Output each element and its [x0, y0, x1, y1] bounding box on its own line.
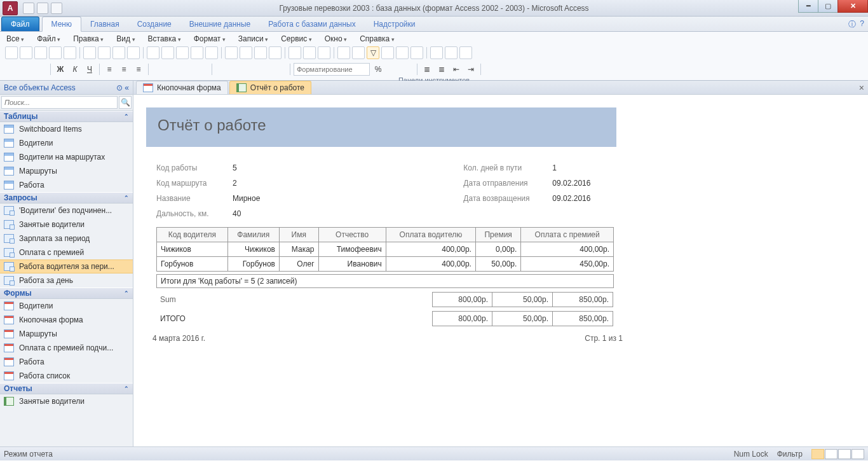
tool-icon[interactable] — [381, 46, 394, 59]
view-print-button[interactable] — [825, 449, 837, 459]
menu-records[interactable]: Записи — [238, 34, 268, 43]
view-design-button[interactable] — [851, 449, 864, 459]
bullets-icon[interactable]: ≣ — [421, 63, 433, 76]
tool-icon[interactable] — [34, 63, 47, 76]
tool-icon[interactable] — [34, 46, 47, 59]
table-row[interactable]: ГорбуновГорбуновОлегИванович400,00р.50,0… — [157, 257, 614, 272]
tool-icon[interactable] — [152, 63, 165, 76]
nav-search-input[interactable] — [1, 96, 118, 109]
tool-icon[interactable] — [176, 46, 189, 59]
nav-group-forms[interactable]: Формы⌃ — [0, 287, 133, 299]
nav-item[interactable]: Работа водителя за пери... — [0, 259, 133, 273]
ribbon-tab-menu[interactable]: Меню — [42, 17, 81, 32]
nav-item[interactable]: Занятые водители — [0, 218, 133, 232]
menu-window[interactable]: Окно — [325, 34, 347, 43]
nav-header[interactable]: Все объекты Access ⊙ « — [0, 81, 133, 95]
tool-icon[interactable] — [181, 63, 194, 76]
tool-icon[interactable] — [191, 46, 203, 59]
doc-tab-report[interactable]: Отчёт о работе — [229, 81, 311, 94]
menu-tools[interactable]: Сервис — [281, 34, 312, 43]
tool-icon[interactable] — [147, 46, 159, 59]
underline-icon[interactable]: Ч — [83, 63, 96, 76]
menu-file[interactable]: Файл — [37, 34, 60, 43]
nav-item[interactable]: Оплата с премией — [0, 245, 133, 259]
nav-item[interactable]: Маршруты — [0, 327, 133, 341]
menu-view[interactable]: Вид — [116, 34, 135, 43]
tool-icon[interactable] — [499, 63, 512, 76]
doc-tab-form[interactable]: Кнопочная форма — [136, 81, 228, 94]
tool-icon[interactable] — [303, 46, 316, 59]
file-tab[interactable]: Файл — [1, 17, 39, 31]
tool-icon[interactable] — [166, 63, 179, 76]
tool-icon[interactable] — [83, 46, 96, 59]
nav-list[interactable]: Таблицы⌃ Switchboard ItemsВодителиВодите… — [0, 111, 133, 446]
tool-icon[interactable] — [484, 63, 497, 76]
menu-insert[interactable]: Вставка — [148, 34, 181, 43]
nav-item[interactable]: Оплата с премией подчи... — [0, 341, 133, 355]
tool-icon[interactable] — [205, 46, 218, 59]
menu-help[interactable]: Справка — [360, 34, 395, 43]
nav-item[interactable]: Работа — [0, 355, 133, 369]
tool-icon[interactable] — [215, 63, 228, 76]
align-left-icon[interactable]: ≡ — [103, 63, 116, 76]
filter-icon[interactable]: ▽ — [367, 46, 379, 59]
search-icon[interactable]: 🔍 — [119, 96, 132, 109]
nav-collapse-icon[interactable]: ⊙ « — [116, 83, 129, 92]
nav-group-reports[interactable]: Отчеты⌃ — [0, 383, 133, 394]
tool-icon[interactable] — [430, 46, 443, 59]
close-tab-icon[interactable]: × — [859, 83, 864, 93]
ribbon-tab-create[interactable]: Создание — [128, 17, 180, 31]
tool-icon[interactable] — [196, 63, 208, 76]
tool-icon[interactable] — [5, 46, 18, 59]
tool-icon[interactable] — [396, 46, 409, 59]
menu-format[interactable]: Формат — [194, 34, 226, 43]
tool-icon[interactable] — [20, 63, 32, 76]
nav-item[interactable]: Работа за день — [0, 273, 133, 287]
nav-item[interactable]: Работа — [0, 178, 133, 192]
tool-icon[interactable] — [161, 46, 174, 59]
qat-save-icon[interactable] — [23, 3, 34, 14]
help-icon[interactable]: ? — [860, 19, 864, 30]
tool-icon[interactable] — [269, 46, 281, 59]
ribbon-tab-external[interactable]: Внешние данные — [180, 17, 260, 31]
qat-redo-icon[interactable] — [51, 3, 62, 14]
tool-icon[interactable] — [20, 46, 32, 59]
tool-icon[interactable] — [245, 63, 257, 76]
maximize-button[interactable]: ▢ — [818, 0, 838, 13]
menu-all[interactable]: Все — [6, 34, 24, 43]
tool-icon[interactable] — [127, 46, 140, 59]
tool-icon[interactable] — [64, 46, 76, 59]
view-report-button[interactable] — [811, 449, 824, 459]
sort-asc-icon[interactable] — [337, 46, 350, 59]
nav-item[interactable]: Водители на маршрутах — [0, 150, 133, 164]
ribbon-tab-home[interactable]: Главная — [81, 17, 128, 31]
numbering-icon[interactable]: ≣ — [435, 63, 448, 76]
format-combo[interactable] — [294, 63, 370, 76]
minimize-button[interactable]: ━ — [798, 0, 818, 13]
view-layout-button[interactable] — [838, 449, 851, 459]
tool-icon[interactable] — [410, 46, 423, 59]
align-center-icon[interactable]: ≡ — [118, 63, 130, 76]
nav-item[interactable]: Водители — [0, 136, 133, 150]
qat-undo-icon[interactable] — [37, 3, 48, 14]
tool-icon[interactable] — [240, 46, 252, 59]
tool-icon[interactable] — [274, 63, 287, 76]
nav-group-queries[interactable]: Запросы⌃ — [0, 192, 133, 204]
ribbon-tab-addins[interactable]: Надстройки — [365, 17, 424, 31]
tool-icon[interactable] — [5, 63, 18, 76]
ribbon-minimize-icon[interactable]: ⓘ — [848, 19, 856, 30]
tool-icon[interactable] — [318, 46, 330, 59]
nav-item[interactable]: Зарплата за период — [0, 232, 133, 245]
tool-icon[interactable] — [230, 63, 243, 76]
indent-inc-icon[interactable]: ⇥ — [465, 63, 477, 76]
nav-group-tables[interactable]: Таблицы⌃ — [0, 111, 133, 122]
sort-desc-icon[interactable] — [352, 46, 365, 59]
nav-item[interactable]: Водители — [0, 299, 133, 313]
report-body[interactable]: Отчёт о работе Код работы5Код маршрута2Н… — [133, 95, 868, 446]
align-right-icon[interactable]: ≡ — [132, 63, 145, 76]
tool-icon[interactable] — [254, 46, 267, 59]
indent-dec-icon[interactable]: ⇤ — [450, 63, 463, 76]
table-row[interactable]: ЧижиковЧижиковМакарТимофеевич400,00р.0,0… — [157, 242, 614, 257]
italic-icon[interactable]: К — [69, 63, 81, 76]
tool-icon[interactable] — [112, 46, 125, 59]
